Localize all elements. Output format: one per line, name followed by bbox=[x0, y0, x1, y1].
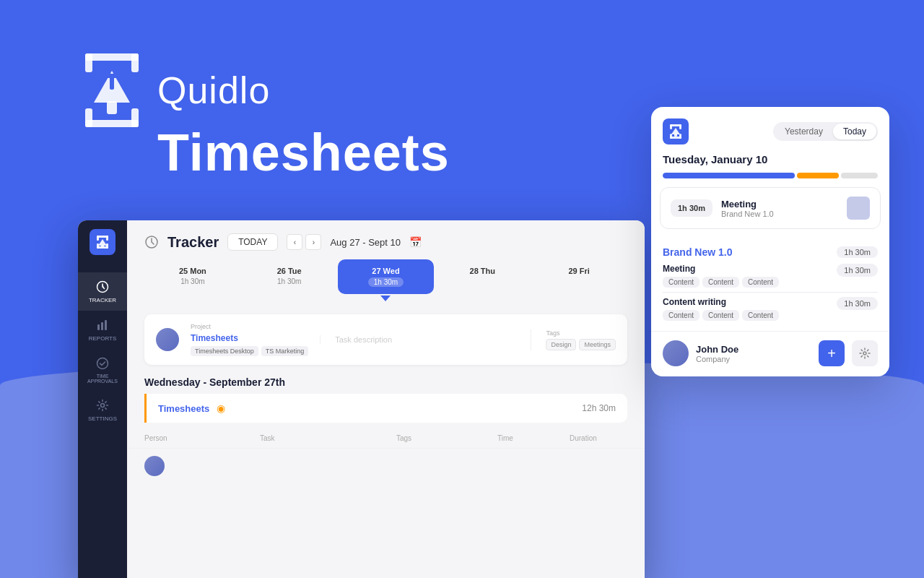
meeting-info: Meeting Brand New 1.0 bbox=[721, 199, 838, 218]
card-task-tags-2: Content Content Content bbox=[663, 310, 829, 321]
svg-rect-7 bbox=[107, 101, 117, 114]
calendar-icon[interactable]: 📅 bbox=[409, 236, 422, 248]
tracker-icon bbox=[144, 235, 159, 249]
row-avatar bbox=[144, 456, 165, 476]
project-status-icon: ◉ bbox=[217, 402, 225, 414]
card-logo-icon bbox=[663, 118, 689, 144]
card-task-row-2: Content writing Content Content Content … bbox=[651, 293, 889, 325]
project-row-name: Timesheets bbox=[158, 403, 209, 414]
cal-wed-hours: 1h 30m bbox=[368, 277, 404, 287]
tag-content-5: Content bbox=[702, 310, 739, 321]
svg-rect-14 bbox=[97, 243, 99, 249]
col-tags: Tags bbox=[396, 434, 497, 442]
tag-content-6: Content bbox=[742, 310, 779, 321]
svg-rect-3 bbox=[131, 53, 139, 72]
product-name: Timesheets bbox=[157, 123, 450, 182]
card-task-row-1: Meeting Content Content Content 1h 30m bbox=[651, 259, 889, 292]
task-tags-row: Timesheets Desktop TS Marketing bbox=[191, 346, 308, 356]
card-header: Yesterday Today bbox=[651, 107, 889, 153]
task-row-wrapper: Project Timesheets Timesheets Desktop TS… bbox=[127, 314, 645, 365]
svg-rect-9 bbox=[110, 74, 114, 90]
prev-arrow[interactable]: ‹ bbox=[287, 234, 302, 250]
settings-icon bbox=[95, 398, 110, 413]
cal-wed-label: 27 Wed bbox=[372, 267, 399, 275]
card-project-hours: 1h 30m bbox=[837, 246, 878, 258]
col-person: Person bbox=[144, 434, 260, 442]
card-task-tags-1: Content Content Content bbox=[663, 277, 829, 288]
tag-content-4: Content bbox=[663, 310, 699, 321]
cal-day-mon[interactable]: 25 Mon 1h 30m bbox=[144, 259, 241, 294]
add-button[interactable]: + bbox=[819, 340, 845, 366]
user-avatar bbox=[663, 340, 689, 366]
table-row bbox=[127, 449, 645, 483]
tag-content-1: Content bbox=[663, 277, 699, 288]
svg-rect-12 bbox=[97, 236, 99, 241]
tags-label: Tags bbox=[546, 329, 616, 337]
cal-day-fri[interactable]: 29 Fri bbox=[531, 259, 627, 294]
svg-rect-20 bbox=[101, 322, 103, 330]
meeting-card[interactable]: 1h 30m Meeting Brand New 1.0 bbox=[660, 187, 881, 229]
calendar-strip: 25 Mon 1h 30m 26 Tue 1h 30m 27 Wed 1h 30… bbox=[127, 259, 645, 303]
project-total-hours: 12h 30m bbox=[582, 403, 616, 413]
sidebar-logo bbox=[90, 229, 116, 255]
sidebar-item-reports[interactable]: REPORTS bbox=[78, 311, 127, 349]
sidebar-tracker-label: TRACKER bbox=[89, 297, 116, 303]
cal-fri-label: 29 Fri bbox=[568, 267, 589, 275]
svg-point-22 bbox=[97, 358, 108, 369]
svg-rect-30 bbox=[679, 134, 681, 139]
meeting-time: 1h 30m bbox=[671, 199, 712, 217]
tracker-header: Tracker TODAY ‹ › Aug 27 - Sept 10 📅 bbox=[127, 220, 645, 259]
next-arrow[interactable]: › bbox=[305, 234, 321, 250]
meetings-tag: Meetings bbox=[579, 339, 616, 350]
card-project-name: Brand New 1.0 bbox=[663, 246, 732, 258]
tab-yesterday[interactable]: Yesterday bbox=[775, 124, 833, 139]
svg-rect-1 bbox=[85, 120, 139, 127]
svg-rect-32 bbox=[674, 134, 677, 137]
today-button[interactable]: TODAY bbox=[227, 233, 278, 251]
svg-rect-17 bbox=[101, 245, 104, 248]
card-user-info: John Doe Company bbox=[696, 344, 811, 363]
card-progress-bar bbox=[663, 173, 878, 178]
progress-orange bbox=[797, 173, 839, 178]
cal-tue-hours: 1h 30m bbox=[277, 277, 301, 285]
cal-mon-hours: 1h 30m bbox=[180, 277, 204, 285]
sidebar-item-tracker[interactable]: TRACKER bbox=[78, 272, 127, 311]
svg-rect-13 bbox=[106, 236, 108, 241]
cal-thu-label: 28 Thu bbox=[470, 267, 495, 275]
card-date: Tuesday, January 10 bbox=[651, 153, 889, 173]
svg-rect-28 bbox=[679, 124, 681, 129]
task-tags-section: Tags Design Meetings bbox=[531, 329, 616, 350]
card-task-hours-1: 1h 30m bbox=[837, 264, 878, 277]
svg-rect-27 bbox=[670, 124, 672, 129]
progress-blue bbox=[663, 173, 795, 178]
col-task: Task bbox=[260, 434, 396, 442]
bar-chart-icon bbox=[95, 318, 110, 332]
card-task-name-1: Meeting bbox=[663, 264, 829, 274]
sidebar-approvals-label: TIME APPROVALS bbox=[78, 374, 127, 384]
check-circle-icon bbox=[95, 356, 110, 371]
sidebar-item-time-approvals[interactable]: TIME APPROVALS bbox=[78, 349, 127, 391]
svg-rect-2 bbox=[85, 53, 92, 72]
cal-mon-label: 25 Mon bbox=[179, 267, 206, 275]
project-name[interactable]: Timesheets bbox=[191, 333, 308, 343]
col-time: Time bbox=[497, 434, 570, 442]
user-name: John Doe bbox=[696, 344, 811, 355]
sidebar-settings-label: SETTINGS bbox=[88, 415, 117, 422]
svg-marker-31 bbox=[671, 128, 680, 134]
main-content: Tracker TODAY ‹ › Aug 27 - Sept 10 📅 25 … bbox=[127, 220, 645, 578]
cal-day-wed[interactable]: 27 Wed 1h 30m bbox=[338, 259, 435, 294]
sidebar-item-settings[interactable]: SETTINGS bbox=[78, 391, 127, 429]
svg-rect-19 bbox=[97, 324, 100, 330]
settings-button[interactable] bbox=[852, 340, 878, 366]
cal-day-tue[interactable]: 26 Tue 1h 30m bbox=[241, 259, 338, 294]
task-tag-1: Timesheets Desktop bbox=[191, 346, 258, 356]
project-row: Timesheets ◉ 12h 30m bbox=[144, 394, 627, 423]
meeting-title: Meeting bbox=[721, 199, 838, 210]
card-task-hours-2: 1h 30m bbox=[837, 297, 878, 310]
clock-icon bbox=[95, 280, 110, 294]
cal-day-thu[interactable]: 28 Thu bbox=[434, 259, 531, 294]
logo-icon bbox=[79, 51, 144, 130]
col-duration: Duration bbox=[570, 434, 627, 442]
svg-rect-29 bbox=[670, 134, 672, 139]
tab-today[interactable]: Today bbox=[833, 124, 876, 139]
